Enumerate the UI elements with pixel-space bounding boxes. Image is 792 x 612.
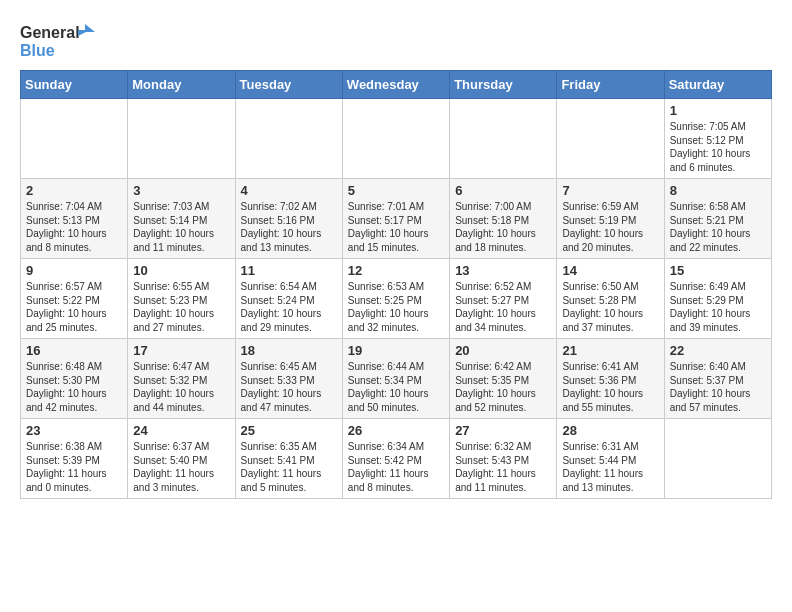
day-number: 7	[562, 183, 658, 198]
day-number: 5	[348, 183, 444, 198]
logo: GeneralBlue	[20, 20, 100, 60]
day-number: 4	[241, 183, 337, 198]
day-header-friday: Friday	[557, 71, 664, 99]
calendar-cell: 15Sunrise: 6:49 AM Sunset: 5:29 PM Dayli…	[664, 259, 771, 339]
day-info: Sunrise: 6:37 AM Sunset: 5:40 PM Dayligh…	[133, 440, 229, 494]
day-info: Sunrise: 6:32 AM Sunset: 5:43 PM Dayligh…	[455, 440, 551, 494]
day-info: Sunrise: 6:31 AM Sunset: 5:44 PM Dayligh…	[562, 440, 658, 494]
day-info: Sunrise: 6:38 AM Sunset: 5:39 PM Dayligh…	[26, 440, 122, 494]
day-number: 28	[562, 423, 658, 438]
calendar-cell: 12Sunrise: 6:53 AM Sunset: 5:25 PM Dayli…	[342, 259, 449, 339]
calendar-cell: 25Sunrise: 6:35 AM Sunset: 5:41 PM Dayli…	[235, 419, 342, 499]
calendar-cell	[664, 419, 771, 499]
day-number: 20	[455, 343, 551, 358]
calendar-cell	[557, 99, 664, 179]
calendar-cell: 18Sunrise: 6:45 AM Sunset: 5:33 PM Dayli…	[235, 339, 342, 419]
day-info: Sunrise: 7:05 AM Sunset: 5:12 PM Dayligh…	[670, 120, 766, 174]
day-info: Sunrise: 6:40 AM Sunset: 5:37 PM Dayligh…	[670, 360, 766, 414]
week-row-3: 9Sunrise: 6:57 AM Sunset: 5:22 PM Daylig…	[21, 259, 772, 339]
day-number: 25	[241, 423, 337, 438]
calendar-cell: 20Sunrise: 6:42 AM Sunset: 5:35 PM Dayli…	[450, 339, 557, 419]
calendar-cell: 7Sunrise: 6:59 AM Sunset: 5:19 PM Daylig…	[557, 179, 664, 259]
day-number: 23	[26, 423, 122, 438]
week-row-4: 16Sunrise: 6:48 AM Sunset: 5:30 PM Dayli…	[21, 339, 772, 419]
day-number: 16	[26, 343, 122, 358]
svg-text:General: General	[20, 24, 80, 41]
calendar-cell: 1Sunrise: 7:05 AM Sunset: 5:12 PM Daylig…	[664, 99, 771, 179]
week-row-1: 1Sunrise: 7:05 AM Sunset: 5:12 PM Daylig…	[21, 99, 772, 179]
calendar-cell: 10Sunrise: 6:55 AM Sunset: 5:23 PM Dayli…	[128, 259, 235, 339]
day-number: 24	[133, 423, 229, 438]
calendar-cell: 13Sunrise: 6:52 AM Sunset: 5:27 PM Dayli…	[450, 259, 557, 339]
calendar-cell: 17Sunrise: 6:47 AM Sunset: 5:32 PM Dayli…	[128, 339, 235, 419]
day-header-thursday: Thursday	[450, 71, 557, 99]
calendar-cell: 9Sunrise: 6:57 AM Sunset: 5:22 PM Daylig…	[21, 259, 128, 339]
day-info: Sunrise: 6:50 AM Sunset: 5:28 PM Dayligh…	[562, 280, 658, 334]
day-header-sunday: Sunday	[21, 71, 128, 99]
calendar-cell: 5Sunrise: 7:01 AM Sunset: 5:17 PM Daylig…	[342, 179, 449, 259]
calendar-cell: 11Sunrise: 6:54 AM Sunset: 5:24 PM Dayli…	[235, 259, 342, 339]
day-info: Sunrise: 7:04 AM Sunset: 5:13 PM Dayligh…	[26, 200, 122, 254]
day-number: 8	[670, 183, 766, 198]
logo-svg: GeneralBlue	[20, 20, 100, 60]
day-header-tuesday: Tuesday	[235, 71, 342, 99]
svg-text:Blue: Blue	[20, 42, 55, 59]
day-number: 27	[455, 423, 551, 438]
calendar-cell: 6Sunrise: 7:00 AM Sunset: 5:18 PM Daylig…	[450, 179, 557, 259]
day-header-wednesday: Wednesday	[342, 71, 449, 99]
day-info: Sunrise: 7:02 AM Sunset: 5:16 PM Dayligh…	[241, 200, 337, 254]
day-info: Sunrise: 6:48 AM Sunset: 5:30 PM Dayligh…	[26, 360, 122, 414]
calendar-cell: 21Sunrise: 6:41 AM Sunset: 5:36 PM Dayli…	[557, 339, 664, 419]
calendar-cell	[342, 99, 449, 179]
day-number: 2	[26, 183, 122, 198]
day-info: Sunrise: 6:42 AM Sunset: 5:35 PM Dayligh…	[455, 360, 551, 414]
day-info: Sunrise: 7:03 AM Sunset: 5:14 PM Dayligh…	[133, 200, 229, 254]
day-header-saturday: Saturday	[664, 71, 771, 99]
day-number: 26	[348, 423, 444, 438]
day-info: Sunrise: 6:59 AM Sunset: 5:19 PM Dayligh…	[562, 200, 658, 254]
day-info: Sunrise: 6:34 AM Sunset: 5:42 PM Dayligh…	[348, 440, 444, 494]
day-number: 12	[348, 263, 444, 278]
calendar-cell: 22Sunrise: 6:40 AM Sunset: 5:37 PM Dayli…	[664, 339, 771, 419]
calendar-cell: 8Sunrise: 6:58 AM Sunset: 5:21 PM Daylig…	[664, 179, 771, 259]
calendar-cell: 3Sunrise: 7:03 AM Sunset: 5:14 PM Daylig…	[128, 179, 235, 259]
calendar-cell: 19Sunrise: 6:44 AM Sunset: 5:34 PM Dayli…	[342, 339, 449, 419]
day-info: Sunrise: 7:01 AM Sunset: 5:17 PM Dayligh…	[348, 200, 444, 254]
calendar-cell: 14Sunrise: 6:50 AM Sunset: 5:28 PM Dayli…	[557, 259, 664, 339]
day-number: 18	[241, 343, 337, 358]
day-number: 13	[455, 263, 551, 278]
calendar-cell: 26Sunrise: 6:34 AM Sunset: 5:42 PM Dayli…	[342, 419, 449, 499]
day-info: Sunrise: 7:00 AM Sunset: 5:18 PM Dayligh…	[455, 200, 551, 254]
calendar-cell: 2Sunrise: 7:04 AM Sunset: 5:13 PM Daylig…	[21, 179, 128, 259]
day-info: Sunrise: 6:45 AM Sunset: 5:33 PM Dayligh…	[241, 360, 337, 414]
day-number: 22	[670, 343, 766, 358]
week-row-2: 2Sunrise: 7:04 AM Sunset: 5:13 PM Daylig…	[21, 179, 772, 259]
day-number: 21	[562, 343, 658, 358]
day-info: Sunrise: 6:53 AM Sunset: 5:25 PM Dayligh…	[348, 280, 444, 334]
week-row-5: 23Sunrise: 6:38 AM Sunset: 5:39 PM Dayli…	[21, 419, 772, 499]
day-number: 19	[348, 343, 444, 358]
day-info: Sunrise: 6:44 AM Sunset: 5:34 PM Dayligh…	[348, 360, 444, 414]
day-info: Sunrise: 6:41 AM Sunset: 5:36 PM Dayligh…	[562, 360, 658, 414]
day-info: Sunrise: 6:47 AM Sunset: 5:32 PM Dayligh…	[133, 360, 229, 414]
day-number: 3	[133, 183, 229, 198]
day-number: 10	[133, 263, 229, 278]
day-info: Sunrise: 6:52 AM Sunset: 5:27 PM Dayligh…	[455, 280, 551, 334]
calendar-cell	[450, 99, 557, 179]
svg-marker-3	[78, 30, 90, 36]
day-number: 15	[670, 263, 766, 278]
day-number: 14	[562, 263, 658, 278]
day-info: Sunrise: 6:55 AM Sunset: 5:23 PM Dayligh…	[133, 280, 229, 334]
calendar-table: SundayMondayTuesdayWednesdayThursdayFrid…	[20, 70, 772, 499]
day-info: Sunrise: 6:35 AM Sunset: 5:41 PM Dayligh…	[241, 440, 337, 494]
calendar-cell: 4Sunrise: 7:02 AM Sunset: 5:16 PM Daylig…	[235, 179, 342, 259]
day-number: 9	[26, 263, 122, 278]
calendar-cell	[235, 99, 342, 179]
calendar-cell	[21, 99, 128, 179]
day-info: Sunrise: 6:58 AM Sunset: 5:21 PM Dayligh…	[670, 200, 766, 254]
calendar-cell: 27Sunrise: 6:32 AM Sunset: 5:43 PM Dayli…	[450, 419, 557, 499]
days-header-row: SundayMondayTuesdayWednesdayThursdayFrid…	[21, 71, 772, 99]
day-number: 6	[455, 183, 551, 198]
calendar-cell: 23Sunrise: 6:38 AM Sunset: 5:39 PM Dayli…	[21, 419, 128, 499]
calendar-cell	[128, 99, 235, 179]
